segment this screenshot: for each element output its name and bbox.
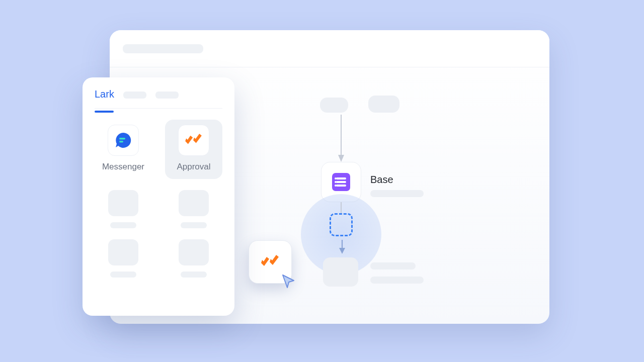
text-placeholder	[370, 190, 424, 197]
approval-icon	[260, 254, 281, 269]
list-icon	[332, 173, 350, 191]
placeholder-label	[110, 272, 136, 278]
flow-node-placeholder	[323, 257, 358, 287]
text-placeholder	[370, 277, 424, 284]
placeholder-label	[110, 222, 136, 228]
app-placeholder[interactable]	[165, 239, 222, 278]
app-picker-panel: Lark Messenger Approval	[83, 77, 234, 316]
app-messenger[interactable]: Messenger	[95, 120, 152, 179]
apps-grid: Messenger Approval	[95, 120, 222, 278]
flow-connector-icon	[340, 202, 342, 214]
picker-tabs: Lark	[95, 88, 222, 109]
flow-node-base-label: Base	[370, 174, 393, 186]
app-placeholder[interactable]	[165, 190, 222, 228]
flow-node-placeholder	[368, 96, 399, 113]
messenger-icon	[108, 125, 139, 156]
tab-underline	[95, 111, 114, 113]
svg-rect-6	[119, 141, 123, 142]
flow-arrow-down-icon	[340, 115, 342, 163]
approval-icon	[178, 125, 209, 156]
placeholder-icon	[179, 190, 209, 216]
placeholder-icon	[179, 239, 209, 265]
tab-placeholder[interactable]	[155, 92, 179, 99]
app-placeholder[interactable]	[95, 239, 152, 278]
placeholder-label	[181, 222, 207, 228]
app-approval[interactable]: Approval	[165, 120, 222, 179]
svg-marker-4	[339, 248, 345, 254]
flow-node-placeholder	[320, 98, 348, 113]
flow-arrow-down-icon	[339, 240, 345, 255]
svg-rect-5	[119, 138, 125, 139]
canvas-header	[110, 30, 549, 67]
app-placeholder[interactable]	[95, 190, 152, 228]
placeholder-icon	[108, 239, 138, 265]
flow-drop-slot[interactable]	[330, 213, 353, 236]
app-approval-label: Approval	[177, 162, 210, 172]
canvas-title-placeholder	[123, 44, 203, 53]
placeholder-label	[181, 272, 207, 278]
text-placeholder	[370, 262, 416, 269]
tab-placeholder[interactable]	[123, 92, 146, 99]
svg-marker-1	[338, 155, 344, 162]
app-messenger-label: Messenger	[102, 162, 144, 172]
placeholder-icon	[108, 190, 138, 216]
cursor-pointer-icon	[281, 274, 297, 290]
tab-lark[interactable]: Lark	[95, 88, 114, 101]
